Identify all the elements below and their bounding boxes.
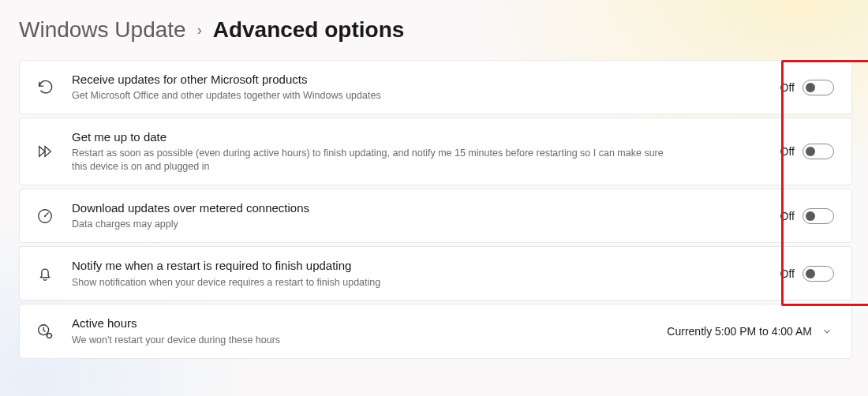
setting-control: Off: [780, 144, 834, 159]
setting-row-get-me-up-to-date: Get me up to date Restart as soon as pos…: [19, 118, 852, 185]
toggle-metered[interactable]: [803, 208, 834, 224]
setting-control: Off: [780, 266, 834, 282]
setting-subtitle: Get Microsoft Office and other updates t…: [72, 89, 672, 103]
fast-forward-icon: [34, 143, 56, 160]
history-icon: [34, 79, 56, 96]
toggle-restart-notify[interactable]: [803, 266, 834, 282]
toggle-state-label: Off: [780, 210, 795, 222]
settings-list: Receive updates for other Microsoft prod…: [19, 60, 852, 359]
setting-subtitle: Data charges may apply: [72, 218, 672, 231]
clock-gear-icon: [34, 323, 56, 340]
setting-control: Off: [780, 208, 834, 224]
setting-title: Get me up to date: [72, 129, 765, 145]
setting-control: Currently 5:00 PM to 4:00 AM: [667, 324, 834, 338]
chevron-down-icon[interactable]: [820, 324, 834, 338]
toggle-receive-updates[interactable]: [803, 80, 834, 95]
bell-icon: [34, 265, 56, 282]
active-hours-value: Currently 5:00 PM to 4:00 AM: [667, 325, 812, 338]
setting-row-metered: Download updates over metered connection…: [19, 189, 852, 243]
svg-point-1: [44, 215, 46, 217]
setting-title: Notify me when a restart is required to …: [72, 258, 765, 274]
setting-subtitle: We won't restart your device during thes…: [72, 334, 651, 347]
setting-row-restart-notify: Notify me when a restart is required to …: [19, 246, 852, 301]
toggle-state-label: Off: [780, 81, 795, 94]
chevron-right-icon: ›: [197, 22, 202, 39]
meter-icon: [34, 207, 56, 225]
setting-title: Download updates over metered connection…: [72, 200, 765, 216]
breadcrumb-current: Advanced options: [213, 17, 405, 43]
toggle-state-label: Off: [780, 267, 795, 280]
setting-row-active-hours[interactable]: Active hours We won't restart your devic…: [19, 304, 852, 358]
setting-text: Receive updates for other Microsoft prod…: [72, 72, 765, 103]
breadcrumb-parent[interactable]: Windows Update: [19, 17, 186, 43]
setting-text: Get me up to date Restart as soon as pos…: [72, 129, 765, 174]
setting-subtitle: Show notification when your device requi…: [72, 276, 672, 290]
svg-point-3: [47, 334, 52, 338]
toggle-state-label: Off: [780, 145, 795, 158]
setting-text: Notify me when a restart is required to …: [72, 258, 765, 289]
setting-row-receive-updates: Receive updates for other Microsoft prod…: [19, 60, 852, 114]
setting-title: Receive updates for other Microsoft prod…: [72, 72, 765, 88]
breadcrumb: Windows Update › Advanced options: [19, 17, 852, 43]
setting-control: Off: [780, 80, 834, 95]
setting-text: Active hours We won't restart your devic…: [72, 316, 651, 346]
setting-title: Active hours: [72, 316, 651, 331]
setting-text: Download updates over metered connection…: [72, 200, 765, 231]
setting-subtitle: Restart as soon as possible (even during…: [72, 147, 672, 174]
toggle-get-me-up-to-date[interactable]: [803, 144, 834, 159]
